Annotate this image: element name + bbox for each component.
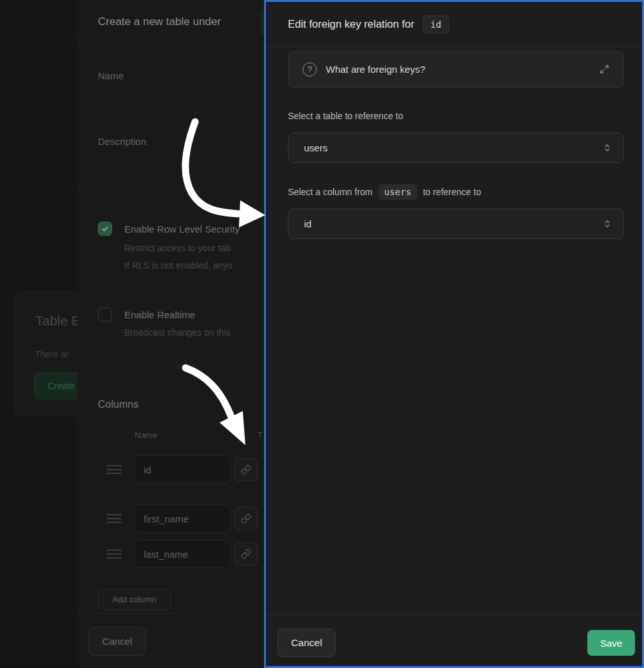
column-select-label-prefix: Select a column from: [288, 187, 373, 197]
rls-description-line2: If RLS is not enabled, anyo: [124, 260, 232, 271]
column-id-chip: id: [422, 15, 449, 33]
column-row-id: [77, 455, 265, 484]
save-button[interactable]: Save: [587, 630, 635, 656]
link-icon: [241, 549, 251, 559]
foreign-key-panel: Edit foreign key relation for id ? What …: [264, 0, 644, 668]
divider: [77, 613, 265, 614]
column-row-first-name: [77, 504, 265, 533]
column-select[interactable]: id: [288, 209, 624, 239]
column-name-header: Name: [135, 430, 157, 440]
realtime-description: Broadcast changes on this: [124, 327, 231, 338]
create-table-cancel-button[interactable]: Cancel: [88, 627, 146, 656]
divider: [77, 44, 265, 44]
foreign-key-link-button[interactable]: [234, 542, 258, 566]
divider: [77, 191, 265, 192]
help-banner-text: What are foreign keys?: [326, 64, 600, 75]
column-type-header: T: [258, 430, 263, 440]
table-editor-title: Table E: [35, 313, 80, 329]
rls-description-line1: Restrict access to your tab: [124, 243, 231, 253]
name-label: Name: [98, 70, 124, 81]
column-select-value: id: [304, 218, 603, 229]
question-circle-icon: ?: [303, 62, 317, 77]
table-editor-subtitle: There ar: [35, 349, 69, 359]
column-name-input[interactable]: [134, 504, 231, 533]
column-select-label: Select a column from users to reference …: [288, 184, 481, 200]
create-table-panel: Create a new table under Name Descriptio…: [77, 0, 265, 668]
link-icon: [241, 464, 251, 475]
link-icon: [241, 513, 251, 524]
column-name-input[interactable]: [134, 455, 231, 484]
select-chevrons-icon: [603, 143, 612, 153]
column-name-input[interactable]: [134, 540, 231, 568]
expand-icon[interactable]: [600, 64, 609, 74]
foreign-key-panel-header: Edit foreign key relation for id: [266, 2, 642, 47]
add-column-button[interactable]: Add column: [98, 589, 171, 610]
drag-handle-icon[interactable]: [106, 549, 122, 558]
divider: [77, 364, 265, 365]
column-row-last-name: [77, 540, 265, 568]
table-select-label: Select a table to reference to: [288, 111, 403, 121]
foreign-key-link-button[interactable]: [234, 458, 258, 481]
column-select-label-suffix: to reference to: [423, 187, 481, 197]
foreign-key-link-button[interactable]: [234, 507, 258, 530]
footer-divider: [266, 614, 642, 615]
realtime-label: Enable Realtime: [124, 309, 195, 320]
realtime-checkbox[interactable]: [98, 307, 112, 321]
create-table-panel-title: Create a new table under: [98, 15, 221, 28]
select-chevrons-icon: [603, 219, 612, 229]
table-select-value: users: [304, 142, 603, 153]
foreign-key-panel-title: Edit foreign key relation for: [288, 18, 414, 30]
drag-handle-icon[interactable]: [106, 465, 122, 474]
rls-label: Enable Row Level Security: [124, 224, 240, 234]
check-icon: [101, 225, 109, 233]
foreign-key-cancel-button[interactable]: Cancel: [278, 629, 336, 657]
rls-checkbox[interactable]: [98, 222, 112, 236]
description-label: Description: [98, 136, 146, 147]
table-select[interactable]: users: [288, 133, 624, 163]
foreign-keys-help-banner[interactable]: ? What are foreign keys?: [288, 51, 624, 88]
users-table-chip: users: [379, 184, 417, 200]
background-header-divider: [0, 39, 77, 39]
columns-heading: Columns: [98, 399, 138, 410]
drag-handle-icon[interactable]: [106, 514, 122, 523]
